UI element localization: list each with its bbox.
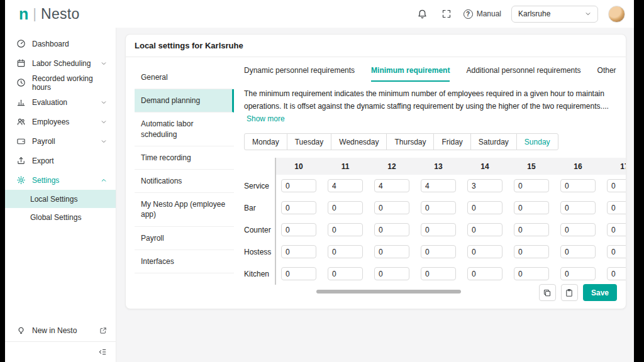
requirement-input-counter-10[interactable] — [281, 223, 316, 236]
sidebar-item-evaluation[interactable]: Evaluation — [5, 92, 116, 112]
requirement-input-bar-14[interactable] — [467, 201, 502, 214]
tab-minimum-requirement[interactable]: Minimum requirement — [371, 66, 450, 82]
sidebar-item-labor-scheduling[interactable]: Labor Scheduling — [5, 53, 116, 73]
page-title: Local settings for Karlsruhe — [126, 35, 626, 57]
requirement-input-service-15[interactable] — [514, 179, 549, 192]
requirement-input-kitchen-16[interactable] — [560, 267, 596, 280]
sidebar-item-employees[interactable]: Employees — [5, 112, 116, 131]
requirement-input-counter-12[interactable] — [374, 223, 409, 236]
new-in-nesto-link[interactable]: New in Nesto — [5, 320, 116, 341]
location-selector[interactable]: Karlsruhe — [511, 6, 598, 23]
requirement-input-counter-15[interactable] — [514, 223, 549, 236]
settings-nav-automatic-labor-scheduling[interactable]: Automatic labor scheduling — [135, 112, 234, 146]
requirement-input-hostess-17[interactable] — [607, 245, 626, 258]
settings-nav-notifications[interactable]: Notifications — [135, 170, 234, 193]
sidebar-item-export[interactable]: Export — [5, 151, 116, 170]
requirement-input-kitchen-10[interactable] — [281, 267, 316, 280]
requirement-input-service-10[interactable] — [281, 179, 316, 192]
day-tabs: Monday Tuesday Wednesday Thursday Friday… — [244, 133, 626, 150]
paste-button[interactable] — [561, 284, 578, 301]
requirement-input-bar-10[interactable] — [281, 201, 316, 214]
collapse-sidebar-icon[interactable] — [98, 348, 107, 356]
day-tab-sunday[interactable]: Sunday — [516, 133, 558, 150]
sidebar: Dashboard Labor Scheduling Recorded work… — [5, 28, 116, 362]
sidebar-footer: New in Nesto — [5, 320, 116, 362]
requirement-input-hostess-14[interactable] — [467, 245, 502, 258]
requirement-input-counter-14[interactable] — [467, 223, 502, 236]
requirement-input-bar-13[interactable] — [421, 201, 456, 214]
tab-additional-personnel-requirements[interactable]: Additional personnel requirements — [466, 66, 580, 82]
sidebar-item-payroll[interactable]: Payroll — [5, 131, 116, 151]
requirement-input-kitchen-15[interactable] — [514, 267, 549, 280]
requirement-input-service-12[interactable] — [374, 179, 409, 192]
tab-other[interactable]: Other — [597, 66, 616, 82]
sidebar-item-global-settings[interactable]: Global Settings — [5, 208, 116, 226]
day-tab-friday[interactable]: Friday — [433, 133, 470, 150]
tab-dynamic-personnel-requirements[interactable]: Dynamic personnel requirements — [244, 66, 355, 82]
day-tab-wednesday[interactable]: Wednesday — [331, 133, 387, 150]
location-value: Karlsruhe — [518, 9, 550, 18]
requirement-input-kitchen-12[interactable] — [374, 267, 409, 280]
lightbulb-icon — [16, 326, 26, 336]
requirement-input-kitchen-17[interactable] — [607, 267, 626, 280]
logo-text: Nesto — [41, 6, 80, 23]
requirement-tabs: Dynamic personnel requirements Minimum r… — [244, 66, 626, 82]
sidebar-item-recorded-working-hours[interactable]: Recorded working hours — [5, 73, 116, 92]
requirement-input-hostess-16[interactable] — [560, 245, 596, 258]
wallet-icon — [16, 136, 26, 146]
user-avatar[interactable] — [608, 6, 625, 23]
requirement-input-counter-16[interactable] — [560, 223, 596, 236]
requirement-input-kitchen-11[interactable] — [328, 267, 363, 280]
settings-nav-demand-planning[interactable]: Demand planning — [135, 89, 234, 112]
show-more-link[interactable]: Show more — [247, 114, 285, 123]
calendar-icon — [16, 58, 26, 68]
requirement-input-hostess-10[interactable] — [281, 245, 316, 258]
requirement-input-service-16[interactable] — [560, 179, 596, 192]
requirement-input-bar-16[interactable] — [560, 201, 596, 214]
logo-mark: n — [19, 5, 28, 23]
settings-nav-general[interactable]: General — [135, 66, 234, 89]
fullscreen-icon[interactable] — [440, 7, 453, 21]
requirement-input-kitchen-13[interactable] — [421, 267, 456, 280]
settings-nav-time-recording[interactable]: Time recording — [135, 146, 234, 170]
requirement-input-service-13[interactable] — [421, 179, 456, 192]
requirement-input-bar-15[interactable] — [514, 201, 549, 214]
day-tab-tuesday[interactable]: Tuesday — [287, 133, 332, 150]
card-body: General Demand planning Automatic labor … — [126, 57, 626, 309]
horizontal-scrollbar[interactable] — [316, 290, 461, 293]
copy-button[interactable] — [539, 284, 556, 301]
requirement-input-bar-11[interactable] — [328, 201, 363, 214]
requirement-input-hostess-12[interactable] — [374, 245, 409, 258]
sidebar-item-settings[interactable]: Settings — [5, 170, 116, 190]
requirement-input-service-14[interactable] — [467, 179, 502, 192]
requirement-input-bar-17[interactable] — [607, 201, 626, 214]
hour-header-row: 10 11 12 13 14 15 16 17 — [244, 158, 626, 175]
day-tab-thursday[interactable]: Thursday — [386, 133, 434, 150]
requirement-input-kitchen-14[interactable] — [467, 267, 502, 280]
requirement-input-counter-13[interactable] — [421, 223, 456, 236]
day-tab-monday[interactable]: Monday — [244, 133, 287, 150]
demand-planning-content: Dynamic personnel requirements Minimum r… — [234, 57, 626, 309]
requirement-input-hostess-11[interactable] — [328, 245, 363, 258]
sidebar-item-local-settings[interactable]: Local Settings — [5, 190, 116, 208]
requirement-input-bar-12[interactable] — [374, 201, 409, 214]
minimum-requirement-description: The minimum requirement indicates the mi… — [244, 88, 626, 125]
settings-nav-interfaces[interactable]: Interfaces — [135, 250, 234, 273]
sidebar-item-dashboard[interactable]: Dashboard — [5, 34, 116, 53]
requirement-input-counter-17[interactable] — [607, 223, 626, 236]
requirement-input-service-17[interactable] — [607, 179, 626, 192]
sidebar-item-label: Employees — [32, 118, 69, 126]
save-button[interactable]: Save — [583, 284, 617, 301]
day-tab-saturday[interactable]: Saturday — [470, 133, 517, 150]
requirement-input-service-11[interactable] — [328, 179, 363, 192]
requirement-input-hostess-13[interactable] — [421, 245, 456, 258]
requirement-input-hostess-15[interactable] — [514, 245, 549, 258]
table-row-counter: Counter — [244, 219, 626, 241]
settings-nav-my-nesto-app[interactable]: My Nesto App (employee app) — [135, 193, 234, 226]
sidebar-subitem-label: Global Settings — [30, 213, 81, 222]
settings-nav-payroll[interactable]: Payroll — [135, 227, 234, 250]
requirement-input-counter-11[interactable] — [328, 223, 363, 236]
bell-icon[interactable] — [416, 7, 430, 21]
hour-header: 15 — [508, 158, 555, 175]
manual-help-link[interactable]: ? Manual — [464, 9, 501, 19]
